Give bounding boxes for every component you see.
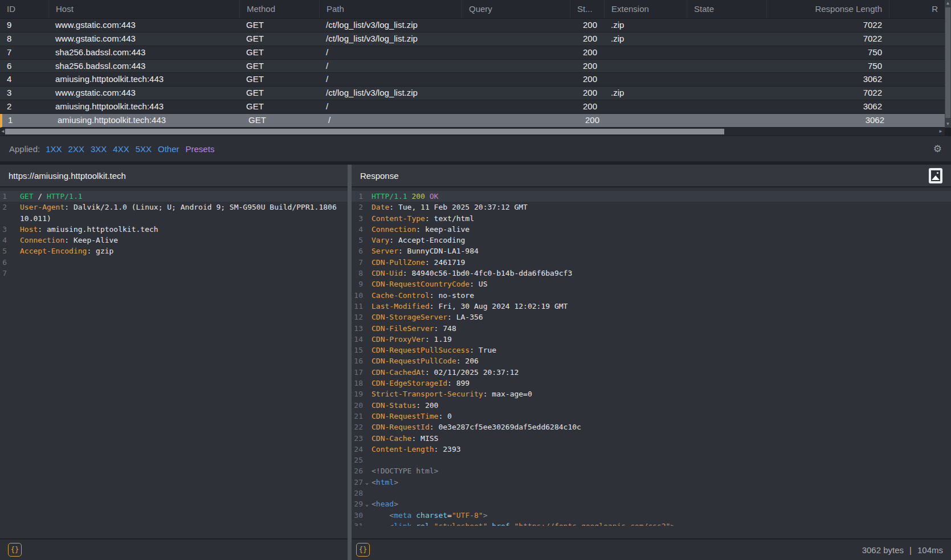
line-number: 26 [352, 465, 363, 476]
fold-slot [7, 202, 20, 212]
scroll-right-icon[interactable]: ► [938, 128, 944, 136]
token-val: : Tue, 11 Feb 2025 20:37:12 GMT [389, 202, 528, 212]
code-line: 1GET / HTTP/1.1 [0, 191, 348, 202]
cell-method: GET [239, 32, 319, 46]
table-row[interactable]: 9www.gstatic.com:443GET/ct/log_list/v3/l… [0, 19, 945, 32]
code-line: 23CDN-Cache: MISS [352, 433, 951, 444]
table-row[interactable]: 3www.gstatic.com:443GET/ct/log_list/v3/l… [0, 87, 945, 100]
vertical-scroll-thumb[interactable] [945, 7, 950, 118]
token-val: : Fri, 30 Aug 2024 12:02:19 GMT [430, 301, 568, 312]
cell-extension: .zip [604, 19, 687, 32]
table-vertical-scrollbar[interactable]: ▲ ▼ [945, 0, 951, 128]
cell-state [687, 100, 766, 113]
response-pane-footer: {} 3062 bytes | 104ms [352, 538, 951, 560]
fold-slot [7, 235, 20, 246]
fold-slot [363, 444, 372, 455]
table-horizontal-scrollbar[interactable]: ◄ ► [0, 128, 945, 136]
column-header-query[interactable]: Query [462, 0, 570, 18]
line-number: 11 [352, 301, 363, 312]
cell-state [687, 60, 766, 73]
column-header-id[interactable]: ID [0, 0, 48, 18]
cell-response_length: 3062 [766, 73, 889, 86]
table-row[interactable]: 7sha256.badssl.com:443GET/200750 [0, 46, 945, 60]
request-editor[interactable]: 1GET / HTTP/1.12User-Agent: Dalvik/2.1.0… [0, 187, 348, 538]
token-ok: OK [430, 191, 439, 202]
filter-link-3xx[interactable]: 3XX [91, 144, 107, 154]
line-number: 1 [0, 191, 7, 202]
presets-link[interactable]: Presets [186, 144, 215, 154]
view-as-image-icon[interactable] [929, 168, 942, 183]
code-line: 8CDN-Uid: 84940c56-1bd0-4fc0-b14b-dda6f6… [352, 268, 951, 279]
code-line: 6 [0, 257, 348, 268]
gear-icon[interactable]: ⚙ [933, 143, 942, 155]
format-toggle-button[interactable]: {} [356, 543, 370, 557]
line-number [0, 213, 7, 224]
filter-link-4xx[interactable]: 4XX [113, 144, 129, 154]
token-val [488, 521, 492, 526]
filter-link-2xx[interactable]: 2XX [68, 144, 84, 154]
fold-arrow-icon[interactable]: ⌄ [363, 477, 372, 488]
column-header-method[interactable]: Method [239, 0, 319, 18]
line-number: 30 [352, 510, 363, 521]
fold-slot [363, 378, 372, 389]
token-val: : LA-356 [447, 312, 483, 322]
filter-link-1xx[interactable]: 1XX [46, 144, 62, 154]
fold-slot [363, 355, 372, 366]
cell-response_length: 7022 [766, 32, 889, 46]
column-header-host[interactable]: Host [48, 0, 239, 18]
code-line: 14CDN-ProxyVer: 1.19 [352, 334, 951, 345]
code-line: 31 <link rel="stylesheet" href="https://… [352, 521, 951, 526]
pane-divider[interactable] [348, 165, 352, 560]
token-val [425, 191, 430, 202]
response-editor[interactable]: 1HTTP/1.1 200 OK2Date: Tue, 11 Feb 2025 … [352, 187, 951, 538]
fold-slot [363, 257, 372, 268]
cell-response_length: 750 [766, 60, 889, 73]
token-val: : Keep-Alive [64, 235, 118, 246]
table-row[interactable]: 2amiusing.httptoolkit.tech:443GET/200306… [0, 100, 945, 114]
token-green: HTTP/1.1 [47, 191, 83, 202]
token-key: Cache-Control [372, 290, 430, 301]
scroll-down-icon[interactable]: ▼ [945, 121, 951, 128]
token-key: Host [20, 224, 38, 235]
token-num: 200 [411, 191, 425, 202]
token-str: "UTF-8" [452, 510, 483, 521]
cell-response_length: 3062 [766, 100, 889, 113]
token-key: Strict-Transport-Security [372, 389, 483, 399]
scroll-up-icon[interactable]: ▲ [945, 0, 951, 7]
line-number: 23 [352, 433, 363, 444]
column-header-response_length[interactable]: Response Length [766, 0, 889, 18]
format-toggle-button[interactable]: {} [8, 543, 22, 557]
fold-slot [7, 257, 20, 268]
token-val: : Dalvik/2.1.0 (Linux; U; Android 9; SM-… [64, 202, 336, 212]
requests-table: IDHostMethodPathQuerySt...ExtensionState… [0, 0, 945, 128]
column-header-state[interactable]: State [687, 0, 766, 18]
token-val: : 0 [438, 411, 451, 422]
cell-r [889, 100, 945, 113]
horizontal-scroll-thumb[interactable] [5, 129, 724, 134]
line-number: 20 [352, 400, 363, 411]
detail-split: https://amiusing.httptoolkit.tech 1GET /… [0, 165, 951, 560]
filter-link-other[interactable]: Other [158, 144, 179, 154]
column-header-r[interactable]: R [889, 0, 945, 18]
table-row[interactable]: 6sha256.badssl.com:443GET/200750 [0, 60, 945, 73]
line-number: 5 [0, 246, 7, 256]
cell-r [889, 87, 945, 100]
fold-arrow-icon[interactable]: ⌄ [363, 498, 372, 509]
table-row[interactable]: 8www.gstatic.com:443GET/ct/log_list/v3/l… [0, 32, 945, 46]
cell-status: 200 [570, 32, 604, 46]
filter-link-5xx[interactable]: 5XX [136, 144, 152, 154]
token-val: : 748 [434, 323, 456, 334]
code-line: 9CDN-RequestCountryCode: US [352, 279, 951, 289]
line-number: 6 [0, 257, 7, 268]
column-header-path[interactable]: Path [319, 0, 462, 18]
column-header-extension[interactable]: Extension [604, 0, 687, 18]
token-val: : gzip [87, 246, 113, 256]
column-header-status[interactable]: St... [570, 0, 604, 18]
fold-slot [7, 213, 20, 224]
token-val: : 02/11/2025 20:37:12 [425, 367, 519, 378]
table-row[interactable]: 1amiusing.httptoolkit.tech:443GET/200306… [0, 114, 945, 128]
token-val: : 899 [447, 378, 470, 389]
table-row[interactable]: 4amiusing.httptoolkit.tech:443GET/200306… [0, 73, 945, 87]
line-number: 10 [352, 290, 363, 301]
code-line: 2Date: Tue, 11 Feb 2025 20:37:12 GMT [352, 202, 951, 212]
